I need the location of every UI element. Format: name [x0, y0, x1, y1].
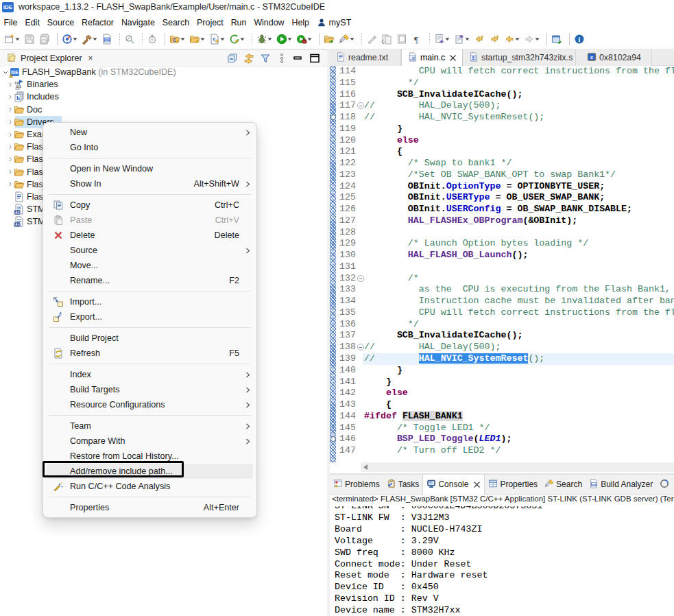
myst-account-button[interactable]: myST — [313, 18, 351, 27]
editor-tab-main-c[interactable]: .cmain.c — [401, 49, 463, 66]
open-perspective-button[interactable] — [551, 31, 562, 47]
show-doc-disabled-button[interactable] — [396, 31, 407, 47]
context-menu-item-copy[interactable]: CopyCtrl+C — [47, 198, 253, 213]
chevron-right-icon[interactable] — [7, 131, 14, 138]
context-menu-item-rename[interactable]: Rename...F2 — [47, 273, 253, 288]
dropdown-caret-icon[interactable] — [535, 38, 540, 41]
code-editor[interactable]: 114 CPU will fetch correct instructions … — [330, 66, 674, 463]
context-menu-item-refresh[interactable]: RefreshF5 — [47, 346, 253, 361]
code-line-117[interactable]: 117// HAL_Delay(500); — [330, 100, 674, 112]
dropdown-caret-icon[interactable] — [267, 38, 272, 41]
mark-occurrences-disabled-button[interactable] — [365, 31, 377, 47]
run-button[interactable] — [276, 31, 292, 47]
tree-item-doc[interactable]: Doc — [0, 104, 327, 116]
panel-tab-console[interactable]: Console — [422, 475, 485, 495]
panel-tab-properties[interactable]: Properties — [485, 475, 541, 495]
tree-item-includes[interactable]: hIncludes — [0, 91, 327, 103]
chevron-right-icon[interactable] — [7, 119, 14, 126]
search-flashlight-button[interactable] — [338, 31, 354, 47]
search-disabled-button[interactable] — [123, 31, 135, 47]
new-c-file-button[interactable]: c — [208, 31, 225, 47]
context-menu-item-compare-with[interactable]: Compare With — [47, 434, 253, 449]
menu-navigate[interactable]: Navigate — [117, 16, 158, 29]
generate-code-button[interactable] — [228, 31, 245, 47]
context-menu-item-new[interactable]: New — [47, 125, 253, 140]
panel-tab-build-analyzer[interactable]: 010Build Analyzer — [586, 475, 656, 495]
code-line-129[interactable]: 129 /* Launch Option bytes loading */ — [330, 238, 674, 250]
tree-item-binaries[interactable]: 100110Binaries — [0, 78, 327, 91]
build-hammer-button[interactable] — [81, 31, 97, 47]
menu-file[interactable]: File — [0, 16, 21, 29]
editor-tab-startup-stm32h743zitx-s[interactable]: Sstartup_stm32h743zitx.s — [463, 49, 576, 66]
view-menu-button[interactable] — [276, 53, 287, 64]
code-line-126[interactable]: 126 OBInit.USERConfig = OB_SWAP_BANK_DIS… — [330, 204, 674, 215]
collapse-all-button[interactable] — [227, 53, 238, 64]
menu-refactor[interactable]: Refactor — [78, 16, 118, 29]
code-line-125[interactable]: 125 OBInit.USERType = OB_USER_SWAP_BANK; — [330, 192, 674, 204]
build-analyzer-doc-button[interactable]: 010 — [101, 31, 112, 47]
save-button[interactable] — [23, 31, 35, 47]
last-edit-up-button[interactable] — [453, 31, 470, 47]
menu-run[interactable]: Run — [227, 16, 250, 29]
context-menu-item-resource-configurations[interactable]: Resource Configurations — [47, 397, 253, 412]
code-line-118[interactable]: 118// HAL_NVIC_SystemReset(); — [330, 112, 674, 123]
context-menu-item-properties[interactable]: PropertiesAlt+Enter — [47, 500, 253, 515]
maximize-button[interactable] — [309, 53, 320, 64]
code-line-142[interactable]: 142 else — [330, 388, 674, 399]
panel-tab-search[interactable]: Search — [541, 475, 586, 495]
tab-project-explorer[interactable]: Project Explorer × — [3, 50, 97, 67]
code-line-146[interactable]: 146 BSP_LED_Toggle(LED1); — [330, 434, 674, 445]
chevron-right-icon[interactable] — [7, 169, 14, 176]
dropdown-caret-icon[interactable] — [200, 38, 205, 41]
dropdown-caret-icon[interactable] — [465, 38, 470, 41]
chevron-right-icon[interactable] — [7, 81, 14, 88]
context-menu-item-open-in-new-window[interactable]: Open in New Window — [47, 161, 253, 176]
dropdown-caret-icon[interactable] — [307, 38, 312, 41]
code-line-114[interactable]: 114 CPU will fetch correct instructions … — [330, 66, 674, 78]
link-editor-button[interactable] — [243, 53, 254, 64]
chevron-right-icon[interactable] — [7, 93, 14, 100]
code-line-144[interactable]: 144#ifdef FLASH_BANK1 — [330, 411, 674, 423]
code-line-134[interactable]: 134 Instruction cache must be invalidate… — [330, 296, 674, 307]
filter-button[interactable] — [260, 53, 271, 64]
fold-collapse-icon[interactable] — [357, 102, 364, 109]
debug-button[interactable] — [256, 31, 272, 47]
code-line-143[interactable]: 143 { — [330, 399, 674, 411]
code-line-140[interactable]: 140 } — [330, 365, 674, 377]
menu-window[interactable]: Window — [250, 16, 288, 29]
editor-tab-0x8102a94[interactable]: c0x8102a94 — [576, 49, 652, 66]
context-menu-item-run-c-c-code-analysis[interactable]: Run C/C++ Code Analysis — [47, 479, 253, 494]
dropdown-caret-icon[interactable] — [93, 38, 97, 41]
code-line-138[interactable]: 138// HAL_Delay(500); — [330, 342, 674, 353]
context-menu-item-go-into[interactable]: Go Into — [47, 140, 253, 155]
menu-project[interactable]: Project — [193, 16, 228, 29]
code-line-128[interactable]: 128 — [330, 227, 674, 239]
menu-help[interactable]: Help — [288, 16, 313, 29]
back-star-button[interactable] — [473, 31, 485, 47]
code-line-137[interactable]: 137 SCB_InvalidateICache(); — [330, 330, 674, 342]
tree-item-flash-swapbank[interactable]: IDEFLASH_SwapBank (in STM32CubeIDE) — [0, 66, 327, 78]
chevron-right-icon[interactable] — [7, 156, 14, 163]
dropdown-caret-icon[interactable] — [220, 38, 225, 41]
dropdown-caret-icon[interactable] — [15, 38, 20, 41]
fold-collapse-icon[interactable] — [357, 344, 364, 351]
code-line-147[interactable]: 147 /* Turn off LED2 */ — [330, 445, 674, 457]
context-menu-item-import[interactable]: Import... — [47, 294, 253, 309]
context-menu-item-build-targets[interactable]: Build Targets — [47, 382, 253, 397]
close-icon[interactable] — [449, 54, 457, 62]
code-line-123[interactable]: 123 /*Set OB SWAP_BANK_OPT to swap Bank1… — [330, 169, 674, 181]
code-line-133[interactable]: 133 as the CPU is executing from the Fla… — [330, 284, 674, 296]
dropdown-caret-icon[interactable] — [180, 38, 185, 41]
chevron-right-icon[interactable] — [7, 106, 14, 113]
panel-tab-tasks[interactable]: Tasks — [383, 475, 423, 495]
code-line-119[interactable]: 119 } — [330, 123, 674, 135]
console-output[interactable]: ST-LINK SN : 000C001E4D4B500D20373831 ST… — [330, 506, 674, 616]
fold-collapse-icon[interactable] — [357, 275, 364, 282]
context-menu-item-source[interactable]: Source — [47, 243, 253, 258]
dropdown-caret-icon[interactable] — [287, 38, 292, 41]
context-menu-item-index[interactable]: Index — [47, 367, 253, 382]
new-wizard-button[interactable] — [3, 31, 20, 47]
dropdown-caret-icon[interactable] — [73, 38, 77, 41]
context-menu-item-paste[interactable]: PasteCtrl+V — [47, 213, 253, 228]
code-line-130[interactable]: 130 HAL_FLASH_OB_Launch(); — [330, 250, 674, 261]
